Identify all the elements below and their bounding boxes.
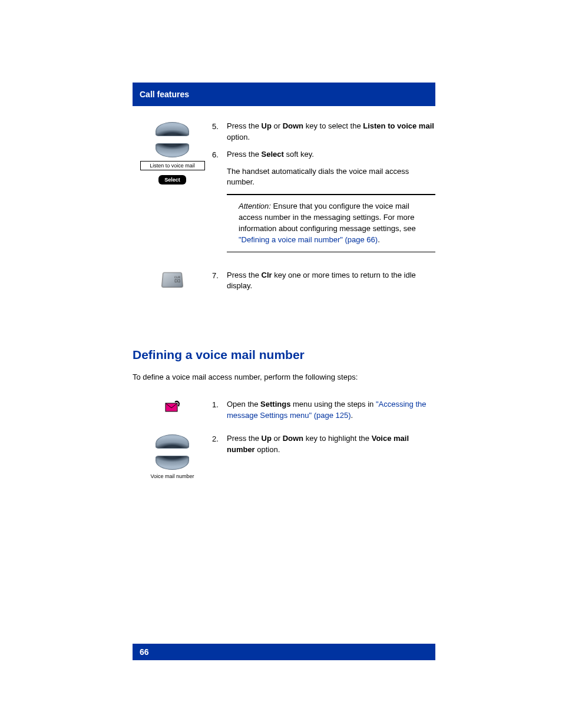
stepb2-keyup: Up — [262, 434, 272, 443]
step6-text-a: Press the — [227, 150, 262, 159]
note-top-rule — [227, 194, 435, 195]
clr-key-book-icon — [174, 279, 180, 283]
step5-text-b: or — [272, 121, 283, 130]
voicemail-number-label: Voice mail number — [150, 473, 194, 479]
attention-label: Attention: — [239, 202, 271, 210]
step6-text-b: soft key. — [284, 150, 314, 159]
stepb1-text-c: . — [351, 411, 353, 420]
stepb1-number: 1. — [212, 399, 227, 427]
nav-down-key-icon — [156, 143, 189, 157]
defining-voicemail-intro: To define a voice mail access number, pe… — [133, 373, 435, 381]
nav-down-key-icon-2 — [156, 456, 189, 470]
step6-softkey: Select — [262, 150, 284, 159]
instruction-block-5-6: Listen to voice mail Select 5. Press the… — [133, 121, 435, 258]
instruction-block-7: CLR 7. Press the Clr key one or more tim… — [133, 270, 435, 298]
step6-followup: The handset automatically dials the voic… — [227, 166, 435, 189]
instruction-block-b2: Voice mail number 2. Press the Up or Dow… — [133, 433, 435, 479]
stepb2-text-a: Press the — [227, 434, 262, 443]
stepb1-menu: Settings — [260, 400, 290, 409]
stepb2-text-b: or — [272, 434, 283, 443]
step6-number: 6. — [212, 149, 227, 258]
clr-key-label: CLR — [174, 276, 180, 279]
attention-note: Attention: Ensure that you configure the… — [239, 201, 424, 245]
step7-icon-col: CLR — [133, 270, 212, 298]
stepb1-text-b: menu using the steps in — [290, 400, 376, 409]
section-header-title: Call features — [133, 83, 307, 106]
step7-text: Press the Clr key one or more times to r… — [227, 270, 435, 298]
stepb1-text: Open the Settings menu using the steps i… — [227, 399, 435, 427]
step7-key: Clr — [262, 271, 272, 279]
stepb2-keydown: Down — [283, 434, 303, 443]
listen-voicemail-label-box: Listen to voice mail — [140, 161, 205, 170]
messaging-envelope-icon — [164, 400, 181, 413]
section-header-bar: Call features — [133, 83, 435, 106]
page-footer-bar: 66 — [133, 644, 435, 660]
step7-number: 7. — [212, 270, 227, 298]
select-softkey-box: Select — [158, 175, 186, 185]
page-number: 66 — [140, 647, 149, 657]
section-header-spacer — [307, 83, 435, 106]
step5-text-c: key to select the — [303, 121, 363, 130]
stepb2-text-c: key to highlight the — [303, 434, 372, 443]
attention-text-b: . — [378, 235, 380, 244]
step5-6-icon-col: Listen to voice mail Select — [133, 121, 212, 258]
stepb2-text-d: option. — [255, 445, 280, 454]
instruction-block-b1: 1. Open the Settings menu using the step… — [133, 399, 435, 427]
nav-up-key-icon — [156, 122, 189, 136]
step5-text-d: option. — [227, 133, 250, 141]
nav-up-key-icon-2 — [156, 434, 189, 449]
stepb2-text: Press the Up or Down key to highlight th… — [227, 433, 435, 479]
step5-keyup: Up — [262, 121, 272, 130]
stepb2-number: 2. — [212, 433, 227, 479]
note-bottom-rule — [227, 252, 435, 252]
step5-keydown: Down — [283, 121, 303, 130]
defining-voicemail-heading: Defining a voice mail number — [133, 348, 435, 362]
attention-link[interactable]: "Defining a voice mail number" (page 66) — [239, 235, 378, 244]
stepb1-icon-col — [133, 399, 212, 427]
stepb2-icon-col: Voice mail number — [133, 433, 212, 479]
step5-text-a: Press the — [227, 121, 262, 130]
step5-number: 5. — [212, 121, 227, 149]
page-content: Call features Listen to voice mail Selec… — [0, 0, 562, 479]
step5-option: Listen to voice mail — [363, 121, 434, 130]
clr-key-icon: CLR — [161, 272, 184, 287]
step7-text-a: Press the — [227, 271, 262, 279]
step5-text: Press the Up or Down key to select the L… — [227, 121, 435, 149]
step6-text: Press the Select soft key. The handset a… — [227, 149, 435, 258]
stepb1-text-a: Open the — [227, 400, 260, 409]
